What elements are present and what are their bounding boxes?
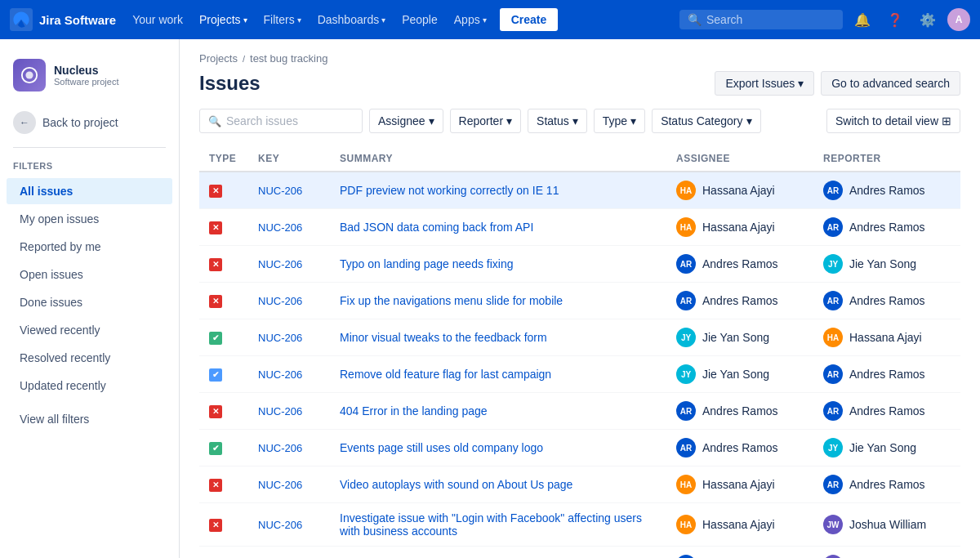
cell-key[interactable]: NUC-206	[248, 393, 330, 430]
type-filter-button[interactable]: Type ▾	[594, 109, 645, 133]
table-row[interactable]: ✔NUC-206Events page still uses old compa…	[199, 430, 960, 466]
cell-summary[interactable]: 404 Error in the landing page	[330, 393, 666, 430]
cell-key[interactable]: NUC-206	[248, 547, 330, 559]
cell-key[interactable]: NUC-206	[248, 283, 330, 319]
table-row[interactable]: ✔NUC-206Remove old feature flag for last…	[199, 356, 960, 393]
nav-people[interactable]: People	[395, 10, 444, 29]
table-body: ✕NUC-206PDF preview not working correctl…	[199, 172, 960, 558]
cell-type: ✕	[199, 393, 248, 430]
cell-key[interactable]: NUC-206	[248, 319, 330, 356]
view-all-filters[interactable]: View all filters	[7, 406, 172, 432]
cell-summary[interactable]: Minor visual tweaks to the feedback form	[330, 319, 666, 356]
sidebar-item-my-open-issues[interactable]: My open issues	[7, 206, 172, 232]
apps-chevron-icon: ▾	[483, 16, 487, 25]
status-filter-button[interactable]: Status ▾	[528, 109, 587, 133]
help-icon[interactable]: ❓	[882, 7, 908, 33]
back-icon: ←	[13, 111, 36, 134]
cell-assignee: ARAndres Ramos	[666, 246, 813, 283]
col-header-type: Type	[199, 146, 248, 172]
table-row[interactable]: ✔NUC-206Minor visual tweaks to the feedb…	[199, 319, 960, 356]
sidebar-item-viewed-recently[interactable]: Viewed recently	[7, 317, 172, 343]
cell-key[interactable]: NUC-206	[248, 246, 330, 283]
cell-summary[interactable]: Fix up the navigations menu slide for mo…	[330, 283, 666, 319]
notifications-icon[interactable]: 🔔	[849, 7, 875, 33]
search-placeholder-text: Search	[706, 13, 742, 26]
cell-key[interactable]: NUC-206	[248, 466, 330, 503]
col-header-key: Key	[248, 146, 330, 172]
filter-row: 🔍 Assignee ▾ Reporter ▾ Status ▾ Type ▾ …	[199, 109, 960, 133]
breadcrumb: Projects / test bug tracking	[199, 52, 960, 65]
cell-type: ✕	[199, 246, 248, 283]
cell-type: ✕	[199, 503, 248, 547]
nav-projects[interactable]: Projects ▾	[193, 10, 254, 29]
table-row[interactable]: ✕NUC-206Typo on landing page needs fixin…	[199, 246, 960, 283]
status-category-filter-button[interactable]: Status Category ▾	[652, 109, 760, 133]
cell-key[interactable]: NUC-206	[248, 503, 330, 547]
nav-apps[interactable]: Apps ▾	[448, 10, 493, 29]
switch-view-button[interactable]: Switch to detail view ⊞	[826, 109, 960, 133]
cell-key[interactable]: NUC-206	[248, 356, 330, 393]
cell-summary[interactable]: Video autoplays with sound on About Us p…	[330, 466, 666, 503]
cell-key[interactable]: NUC-206	[248, 430, 330, 466]
sidebar-item-all-issues[interactable]: All issues	[7, 178, 172, 204]
cell-summary[interactable]: Events page still uses old company logo	[330, 430, 666, 466]
table-row[interactable]: ✕NUC-206PDF preview not working correctl…	[199, 172, 960, 209]
table-row[interactable]: ✕NUC-206Broken link on Careers page to c…	[199, 547, 960, 559]
cell-type: ✔	[199, 356, 248, 393]
nav-filters[interactable]: Filters ▾	[257, 10, 308, 29]
cell-assignee: ARAndres Ramos	[666, 430, 813, 466]
table-row[interactable]: ✕NUC-206Fix up the navigations menu slid…	[199, 283, 960, 319]
nav-dashboards[interactable]: Dashboards ▾	[311, 10, 393, 29]
settings-icon[interactable]: ⚙️	[915, 7, 941, 33]
cell-reporter: ARAndres Ramos	[813, 209, 960, 246]
cell-summary[interactable]: Broken link on Careers page to company v…	[330, 547, 666, 559]
table-row[interactable]: ✕NUC-206404 Error in the landing pageARA…	[199, 393, 960, 430]
back-to-project[interactable]: ← Back to project	[0, 105, 179, 141]
search-icon: 🔍	[688, 13, 702, 26]
sidebar-item-done-issues[interactable]: Done issues	[7, 289, 172, 315]
advanced-search-button[interactable]: Go to advanced search	[821, 71, 960, 96]
cell-summary[interactable]: Typo on landing page needs fixing	[330, 246, 666, 283]
table-row[interactable]: ✕NUC-206Investigate issue with "Login wi…	[199, 503, 960, 547]
sidebar-item-reported-by-me[interactable]: Reported by me	[7, 234, 172, 260]
table-row[interactable]: ✕NUC-206Bad JSON data coming back from A…	[199, 209, 960, 246]
cell-assignee: HAHassana Ajayi	[666, 209, 813, 246]
search-box[interactable]: 🔍 Search	[679, 10, 843, 29]
main-content: Projects / test bug tracking Issues Expo…	[180, 39, 980, 558]
assignee-filter-button[interactable]: Assignee ▾	[369, 109, 443, 133]
user-avatar[interactable]: A	[947, 8, 970, 31]
cell-summary[interactable]: Remove old feature flag for last campaig…	[330, 356, 666, 393]
header-actions: Export Issues ▾ Go to advanced search	[715, 71, 960, 96]
filters-section-label: Filters	[0, 154, 179, 177]
cell-reporter: ARAndres Ramos	[813, 466, 960, 503]
sidebar-item-updated-recently[interactable]: Updated recently	[7, 373, 172, 399]
nav-right-section: 🔍 Search 🔔 ❓ ⚙️ A	[679, 7, 970, 33]
table-row[interactable]: ✕NUC-206Video autoplays with sound on Ab…	[199, 466, 960, 503]
col-header-summary: Summary	[330, 146, 666, 172]
sidebar-item-resolved-recently[interactable]: Resolved recently	[7, 345, 172, 371]
reporter-filter-button[interactable]: Reporter ▾	[450, 109, 521, 133]
search-issues-icon: 🔍	[208, 115, 221, 127]
cell-reporter: JWJoshua William	[813, 547, 960, 559]
cell-assignee: HAHassana Ajayi	[666, 466, 813, 503]
status-chevron-icon: ▾	[572, 114, 578, 127]
nav-your-work[interactable]: Your work	[126, 10, 189, 29]
app-logo[interactable]: Jira Software	[10, 8, 116, 31]
page-title: Issues	[199, 72, 261, 95]
create-button[interactable]: Create	[500, 8, 559, 31]
cell-summary[interactable]: Investigate issue with "Login with Faceb…	[330, 503, 666, 547]
cell-summary[interactable]: Bad JSON data coming back from API	[330, 209, 666, 246]
cell-type: ✔	[199, 319, 248, 356]
sidebar: Nucleus Software project ← Back to proje…	[0, 39, 180, 558]
top-navigation: Jira Software Your work Projects ▾ Filte…	[0, 0, 980, 39]
breadcrumb-projects[interactable]: Projects	[199, 52, 238, 65]
sidebar-item-open-issues[interactable]: Open issues	[7, 261, 172, 288]
cell-key[interactable]: NUC-206	[248, 209, 330, 246]
export-issues-button[interactable]: Export Issues ▾	[715, 71, 814, 96]
cell-summary[interactable]: PDF preview not working correctly on IE …	[330, 172, 666, 209]
search-issues-input[interactable]	[226, 114, 341, 127]
search-issues-field[interactable]: 🔍	[199, 109, 363, 133]
cell-assignee: JYJie Yan Song	[666, 356, 813, 393]
breadcrumb-project-name[interactable]: test bug tracking	[250, 52, 327, 65]
cell-key[interactable]: NUC-206	[248, 172, 330, 209]
